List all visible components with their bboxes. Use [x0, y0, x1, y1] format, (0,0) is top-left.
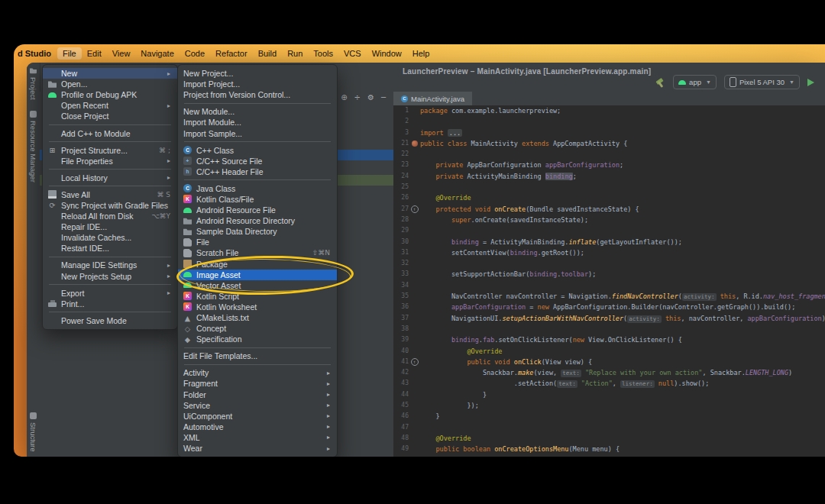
macos-menu-view[interactable]: View: [107, 47, 136, 60]
code-line-40[interactable]: 40 @Override: [393, 346, 825, 357]
menu-item-export[interactable]: Export▸: [43, 288, 177, 299]
menu-item-local-history[interactable]: Local History▸: [43, 173, 177, 183]
menu-item-add-c-to-module[interactable]: Add C++ to Module: [43, 128, 177, 138]
menu-item-save-all[interactable]: Save All⌘ S: [43, 189, 177, 200]
menu-item-project-from-version-control[interactable]: Project from Version Control...: [178, 89, 337, 100]
menu-item-power-save-mode[interactable]: Power Save Mode: [43, 315, 177, 326]
menu-item-kotlin-class-file[interactable]: KKotlin Class/File: [178, 194, 337, 205]
code-line-32[interactable]: 32: [393, 258, 825, 269]
macos-menu-navigate[interactable]: Navigate: [135, 47, 179, 60]
macos-menu-vcs[interactable]: VCS: [338, 47, 367, 60]
code-line-49[interactable]: 49 public boolean onCreateOptionsMenu(Me…: [393, 444, 825, 454]
code-line-33[interactable]: 33 setSupportActionBar(binding.toolbar);: [393, 269, 825, 279]
run-button[interactable]: [807, 79, 814, 86]
menu-item-reload-all-from-disk[interactable]: Reload All from Disk⌥⌘Y: [43, 211, 177, 221]
collapse-all-icon[interactable]: ÷: [354, 93, 361, 102]
run-configuration-select[interactable]: app ▼: [673, 75, 717, 89]
code-line-1[interactable]: 1package com.example.launcherpreview;: [393, 105, 825, 116]
code-line-31[interactable]: 31 setContentView(binding.getRoot());: [393, 247, 825, 258]
menu-item-c-c-header-file[interactable]: hC/C++ Header File: [178, 166, 337, 177]
menu-item-new-module[interactable]: New Module...: [178, 106, 337, 117]
macos-app-menu[interactable]: d Studio: [16, 49, 57, 58]
menu-item-android-resource-directory[interactable]: Android Resource Directory: [178, 215, 337, 226]
menu-item-wear[interactable]: Wear▸: [178, 443, 337, 454]
menu-item-fragment[interactable]: Fragment▸: [178, 378, 337, 389]
menu-item-sync-project-with-gradle-files[interactable]: ⟳Sync Project with Gradle Files: [43, 200, 177, 211]
code-line-36[interactable]: 36 appBarConfiguration = new AppBarConfi…: [393, 302, 825, 312]
macos-menu-build[interactable]: Build: [253, 47, 282, 60]
tab-mainactivity-java[interactable]: C MainActivity.java: [393, 92, 472, 105]
code-line-37[interactable]: 37 NavigationUI.setupActionBarWithNavCon…: [393, 313, 825, 324]
menu-item-service[interactable]: Service▸: [178, 400, 337, 411]
menu-item-folder[interactable]: Folder▸: [178, 389, 337, 400]
code-line-48[interactable]: 48 @Override: [393, 433, 825, 444]
menu-item-sample-data-directory[interactable]: Sample Data Directory: [178, 226, 337, 237]
menu-item-new[interactable]: New▸: [43, 68, 177, 79]
macos-menu-file[interactable]: File: [57, 47, 82, 60]
code-line-46[interactable]: 46 }: [393, 411, 825, 422]
menu-item-project-structure[interactable]: ⊞Project Structure...⌘ ;: [43, 145, 177, 156]
menu-item-new-projects-setup[interactable]: New Projects Setup▸: [43, 271, 177, 282]
code-line-45[interactable]: 45 });: [393, 400, 825, 411]
overrides-gutter-icon[interactable]: ↑: [411, 358, 419, 366]
code-line-42[interactable]: 42 Snackbar.make(view, text: "Replace wi…: [393, 367, 825, 378]
macos-menu-refactor[interactable]: Refactor: [210, 47, 253, 60]
code-line-41[interactable]: 41↑ public void onClick(View view) {: [393, 357, 825, 367]
menu-item-import-sample[interactable]: Import Sample...: [178, 128, 337, 138]
code-line-43[interactable]: 43 .setAction(text: "Action", listener: …: [393, 378, 825, 389]
locate-icon[interactable]: ⊕: [341, 93, 347, 102]
menu-item-c-c-source-file[interactable]: +C/C++ Source File: [178, 156, 337, 166]
code-line-34[interactable]: 34: [393, 280, 825, 291]
menu-item-file-properties[interactable]: File Properties▸: [43, 156, 177, 166]
macos-menu-run[interactable]: Run: [282, 47, 308, 60]
menu-item-kotlin-worksheet[interactable]: KKotlin Worksheet: [178, 302, 337, 312]
menu-item-import-module[interactable]: Import Module...: [178, 117, 337, 128]
code-line-39[interactable]: 39 binding.fab.setOnClickListener(new Vi…: [393, 334, 825, 345]
menu-item-restart-ide[interactable]: Restart IDE...: [43, 243, 177, 254]
menu-item-manage-ide-settings[interactable]: Manage IDE Settings▸: [43, 260, 177, 270]
code-line-23[interactable]: 23 private AppBarConfiguration appBarCon…: [393, 160, 825, 170]
menu-item-concept[interactable]: ◇Concept: [178, 323, 337, 334]
menu-item-specification[interactable]: ◆Specification: [178, 334, 337, 344]
code-line-47[interactable]: 47: [393, 422, 825, 433]
macos-menu-tools[interactable]: Tools: [308, 47, 338, 60]
build-hammer-icon[interactable]: [655, 77, 665, 88]
settings-icon[interactable]: ⚙: [367, 93, 374, 102]
menu-item-repair-ide[interactable]: Repair IDE...: [43, 221, 177, 232]
menu-item-activity[interactable]: Activity▸: [178, 367, 337, 378]
code-line-21[interactable]: 21public class MainActivity extends AppC…: [393, 138, 825, 149]
code-line-29[interactable]: 29: [393, 225, 825, 236]
code-line-26[interactable]: 26 @Override: [393, 192, 825, 203]
menu-item-xml[interactable]: XML▸: [178, 432, 337, 443]
code-line-2[interactable]: 2: [393, 116, 825, 127]
code-line-28[interactable]: 28 super.onCreate(savedInstanceState);: [393, 215, 825, 225]
menu-item-print[interactable]: Print...: [43, 299, 177, 309]
tool-stripe-structure[interactable]: Structure: [29, 412, 37, 452]
code-line-22[interactable]: 22: [393, 149, 825, 160]
macos-menu-code[interactable]: Code: [180, 47, 210, 60]
code-line-35[interactable]: 35 NavController navController = Navigat…: [393, 291, 825, 302]
tool-stripe-resource-manager[interactable]: Resource Manager: [29, 111, 37, 183]
code-editor[interactable]: 1package com.example.launcherpreview;23i…: [393, 105, 825, 457]
menu-item-android-resource-file[interactable]: Android Resource File: [178, 205, 337, 215]
code-line-44[interactable]: 44 }: [393, 389, 825, 400]
menu-item-invalidate-caches[interactable]: Invalidate Caches...: [43, 232, 177, 243]
menu-item-automotive[interactable]: Automotive▸: [178, 422, 337, 432]
menu-item-open-recent[interactable]: Open Recent▸: [43, 100, 177, 111]
menu-item-edit-file-templates[interactable]: Edit File Templates...: [178, 351, 337, 361]
code-line-3[interactable]: 3import ...: [393, 128, 825, 138]
macos-menu-edit[interactable]: Edit: [82, 47, 107, 60]
menu-item-close-project[interactable]: Close Project: [43, 111, 177, 121]
menu-item-cmakelists-txt[interactable]: ▲CMakeLists.txt: [178, 312, 337, 323]
code-line-27[interactable]: 27↑ protected void onCreate(Bundle saved…: [393, 204, 825, 215]
menu-item-new-project[interactable]: New Project...: [178, 68, 337, 79]
menu-item-uicomponent[interactable]: UiComponent▸: [178, 411, 337, 422]
menu-item-c-class[interactable]: CC++ Class: [178, 145, 337, 156]
code-line-30[interactable]: 30 binding = ActivityMainBinding.inflate…: [393, 237, 825, 247]
menu-item-java-class[interactable]: CJava Class: [178, 183, 337, 194]
macos-menu-help[interactable]: Help: [407, 47, 435, 60]
macos-menu-window[interactable]: Window: [367, 47, 407, 60]
menu-item-import-project[interactable]: Import Project...: [178, 79, 337, 89]
overrides-gutter-icon[interactable]: ↑: [411, 205, 419, 213]
code-line-24[interactable]: 24 private ActivityMainBinding binding;: [393, 171, 825, 182]
